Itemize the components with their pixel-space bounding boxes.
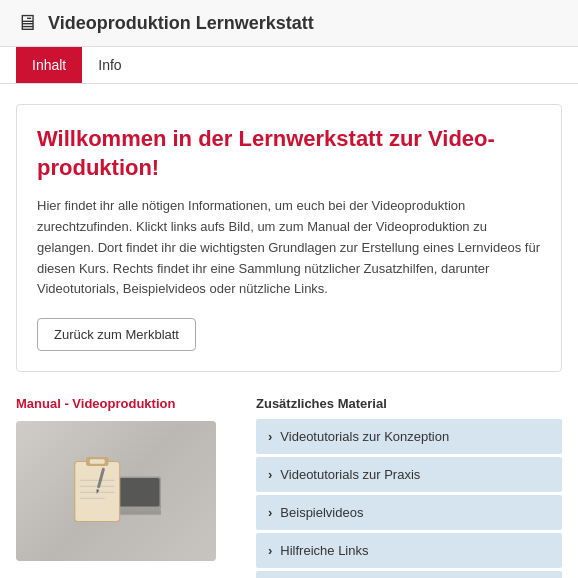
accordion-item-2[interactable]: › Videotutorials zur Praxis	[256, 457, 562, 492]
accordion-item-4[interactable]: › Hilfreiche Links	[256, 533, 562, 568]
welcome-text: Hier findet ihr alle nötigen Information…	[37, 196, 541, 300]
tab-inhalt[interactable]: Inhalt	[16, 47, 82, 83]
tab-info[interactable]: Info	[82, 47, 137, 83]
welcome-title: Willkommen in der Lernwerkstatt zur Vide…	[37, 125, 541, 182]
clipboard-image	[16, 421, 216, 561]
additional-section: Zusätzliches Material › Videotutorials z…	[256, 396, 562, 578]
page-title: Videoproduktion Lernwerkstatt	[48, 13, 314, 34]
accordion-list: › Videotutorials zur Konzeption › Videot…	[256, 419, 562, 578]
accordion-item-5[interactable]: › Hilfreiche Dokumente / Anleitungen	[256, 571, 562, 578]
clipboard-svg	[71, 439, 161, 544]
svg-rect-1	[114, 478, 160, 507]
chevron-icon-3: ›	[268, 505, 272, 520]
additional-title: Zusätzliches Material	[256, 396, 562, 411]
back-button[interactable]: Zurück zum Merkblatt	[37, 318, 196, 351]
svg-rect-5	[90, 459, 105, 464]
accordion-label-4: Hilfreiche Links	[280, 543, 550, 558]
chevron-icon-1: ›	[268, 429, 272, 444]
accordion-item-3[interactable]: › Beispielvideos	[256, 495, 562, 530]
manual-thumbnail[interactable]	[16, 421, 216, 561]
chevron-icon-2: ›	[268, 467, 272, 482]
header-icon: 🖥	[16, 10, 38, 36]
main-content: Willkommen in der Lernwerkstatt zur Vide…	[0, 84, 578, 578]
accordion-label-3: Beispielvideos	[280, 505, 550, 520]
manual-title: Manual - Videoproduktion	[16, 396, 236, 411]
welcome-card: Willkommen in der Lernwerkstatt zur Vide…	[16, 104, 562, 372]
tab-bar: Inhalt Info	[0, 47, 578, 84]
manual-section: Manual - Videoproduktion	[16, 396, 236, 578]
accordion-label-2: Videotutorials zur Praxis	[280, 467, 550, 482]
lower-section: Manual - Videoproduktion	[16, 396, 562, 578]
accordion-item-1[interactable]: › Videotutorials zur Konzeption	[256, 419, 562, 454]
chevron-icon-4: ›	[268, 543, 272, 558]
accordion-label-1: Videotutorials zur Konzeption	[280, 429, 550, 444]
page-header: 🖥 Videoproduktion Lernwerkstatt	[0, 0, 578, 47]
